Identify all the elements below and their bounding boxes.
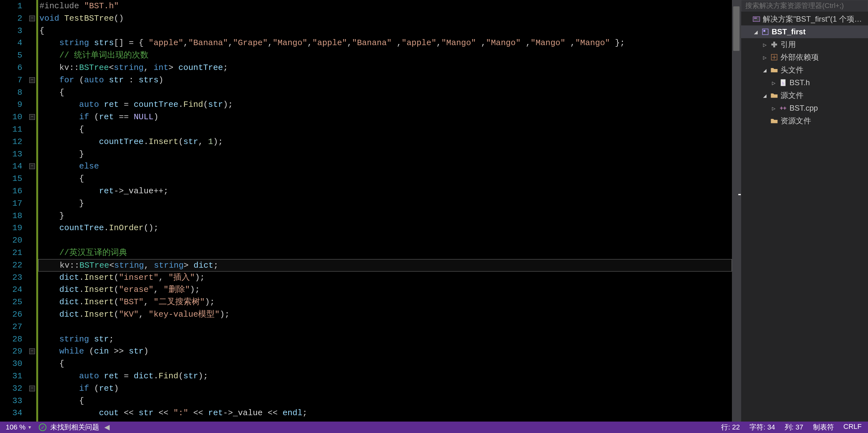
svg-rect-5: [773, 42, 775, 48]
code-line[interactable]: dict.Insert("KV", "key-value模型");: [38, 308, 732, 321]
code-line[interactable]: }: [38, 197, 732, 210]
code-line[interactable]: else: [38, 160, 732, 173]
code-line[interactable]: {: [38, 25, 732, 37]
code-line[interactable]: //英汉互译的词典: [38, 247, 732, 259]
code-line[interactable]: countTree.InOrder();: [38, 222, 732, 234]
tree-item--[interactable]: 外部依赖项: [741, 51, 868, 64]
code-line[interactable]: countTree.Insert(str, 1);: [38, 136, 732, 148]
line-ending[interactable]: CRLF: [843, 423, 862, 432]
tree-expand-icon[interactable]: [762, 92, 768, 99]
code-line[interactable]: {: [38, 173, 732, 185]
tree-item--bst-first-1-[interactable]: 解决方案"BST_first"(1 个项目/共: [741, 13, 868, 25]
tree-item-bst-cpp[interactable]: ++BST.cpp: [741, 102, 868, 115]
issues-status[interactable]: 未找到相关问题: [50, 423, 99, 432]
caret-line[interactable]: 行: 22: [721, 423, 740, 432]
line-number: 29: [0, 345, 22, 358]
hscroll-left-icon[interactable]: ◀: [103, 424, 111, 431]
code-line[interactable]: }: [38, 210, 732, 222]
code-line[interactable]: }: [38, 148, 732, 160]
code-line[interactable]: dict.Insert("insert", "插入");: [38, 272, 732, 284]
code-line[interactable]: if (ret == NULL): [38, 111, 732, 123]
code-line[interactable]: cout << str << ":" << ret->_value << end…: [38, 407, 732, 419]
tree-item--[interactable]: 源文件: [741, 89, 868, 102]
fold-column[interactable]: −−−−−−−: [29, 0, 36, 422]
scrollbar-thumb[interactable]: [733, 6, 740, 51]
line-number: 30: [0, 358, 22, 370]
code-editor[interactable]: 1234567891011121314151617181920212223242…: [0, 0, 741, 422]
line-number: 6: [0, 62, 22, 74]
folder-icon: [770, 91, 779, 100]
tree-expand-icon[interactable]: [762, 54, 768, 61]
line-number: 24: [0, 284, 22, 296]
caret-char[interactable]: 字符: 34: [749, 423, 775, 432]
tree-item-bst-h[interactable]: hBST.h: [741, 76, 868, 89]
fold-toggle[interactable]: −: [29, 77, 35, 83]
fold-toggle[interactable]: −: [29, 114, 35, 120]
tree-expand-icon[interactable]: [770, 80, 777, 86]
line-number: 10: [0, 111, 22, 123]
line-number: 19: [0, 222, 22, 234]
code-line[interactable]: {: [38, 123, 732, 136]
code-line[interactable]: kv::BSTree<string, int> countTree;: [38, 62, 732, 74]
code-line[interactable]: string str;: [38, 333, 732, 346]
tree-item-label: BST_first: [772, 27, 868, 36]
code-line[interactable]: }: [38, 419, 732, 422]
line-number-gutter: 1234567891011121314151617181920212223242…: [0, 0, 29, 422]
code-line[interactable]: dict.Insert("erase", "删除");: [38, 284, 732, 296]
tree-item--[interactable]: 头文件: [741, 64, 868, 76]
svg-rect-1: [754, 18, 757, 19]
code-line[interactable]: [38, 234, 732, 247]
code-line[interactable]: dict.Insert("BST", "二叉搜索树");: [38, 296, 732, 308]
code-line[interactable]: string strs[] = { "apple","Banana","Grap…: [38, 37, 732, 49]
vertical-scrollbar[interactable]: [732, 0, 741, 422]
line-number: 35: [0, 419, 22, 422]
tree-item-bst-first[interactable]: BST_first: [741, 25, 868, 38]
tree-expand-icon[interactable]: [762, 67, 768, 73]
tree-expand-icon[interactable]: [762, 41, 768, 48]
code-line[interactable]: {: [38, 87, 732, 99]
line-number: 9: [0, 98, 22, 111]
code-line[interactable]: kv::BSTree<string, string> dict;: [38, 259, 732, 272]
line-number: 7: [0, 74, 22, 87]
solution-tree[interactable]: 解决方案"BST_first"(1 个项目/共BST_first引用外部依赖项头…: [741, 11, 868, 422]
proj-icon: [761, 27, 770, 36]
status-bar: 106 % ▼ ✓ 未找到相关问题 ◀ 行: 22 字符: 34 列: 37 制…: [0, 422, 868, 433]
code-line[interactable]: for (auto str : strs): [38, 74, 732, 87]
code-line[interactable]: if (ret): [38, 382, 732, 395]
code-line[interactable]: ret->_value++;: [38, 185, 732, 197]
fold-toggle[interactable]: −: [29, 385, 35, 391]
zoom-level[interactable]: 106 % ▼: [3, 423, 35, 431]
code-content[interactable]: #include "BST.h"void TestBSTree(){ strin…: [38, 0, 732, 422]
line-number: 32: [0, 382, 22, 395]
tree-item-label: 资源文件: [781, 116, 868, 126]
code-line[interactable]: [38, 321, 732, 333]
svg-text:h: h: [782, 81, 784, 86]
solution-search-input[interactable]: [741, 0, 868, 11]
fold-toggle[interactable]: −: [29, 348, 35, 354]
tree-item--[interactable]: 引用: [741, 38, 868, 51]
line-number: 5: [0, 49, 22, 62]
tree-expand-icon[interactable]: [770, 105, 777, 112]
code-line[interactable]: while (cin >> str): [38, 345, 732, 358]
line-number: 11: [0, 123, 22, 136]
tree-item--[interactable]: 资源文件: [741, 115, 868, 127]
code-line[interactable]: void TestBSTree(): [38, 12, 732, 25]
fold-toggle[interactable]: −: [29, 16, 35, 21]
code-line[interactable]: {: [38, 358, 732, 370]
code-line[interactable]: auto ret = dict.Find(str);: [38, 370, 732, 382]
line-number: 13: [0, 148, 22, 160]
h-icon: h: [779, 78, 787, 87]
tree-item-label: 头文件: [781, 65, 868, 75]
code-line[interactable]: {: [38, 395, 732, 407]
ext-icon: [770, 53, 779, 62]
line-number: 2: [0, 12, 22, 25]
code-line[interactable]: auto ret = countTree.Find(str);: [38, 98, 732, 111]
fold-toggle[interactable]: −: [29, 163, 35, 169]
line-number: 34: [0, 407, 22, 419]
indent-mode[interactable]: 制表符: [813, 423, 834, 432]
line-number: 1: [0, 0, 22, 12]
caret-col[interactable]: 列: 37: [785, 423, 803, 432]
code-line[interactable]: #include "BST.h": [38, 0, 732, 12]
code-line[interactable]: // 统计单词出现的次数: [38, 49, 732, 62]
tree-expand-icon[interactable]: [752, 29, 759, 35]
